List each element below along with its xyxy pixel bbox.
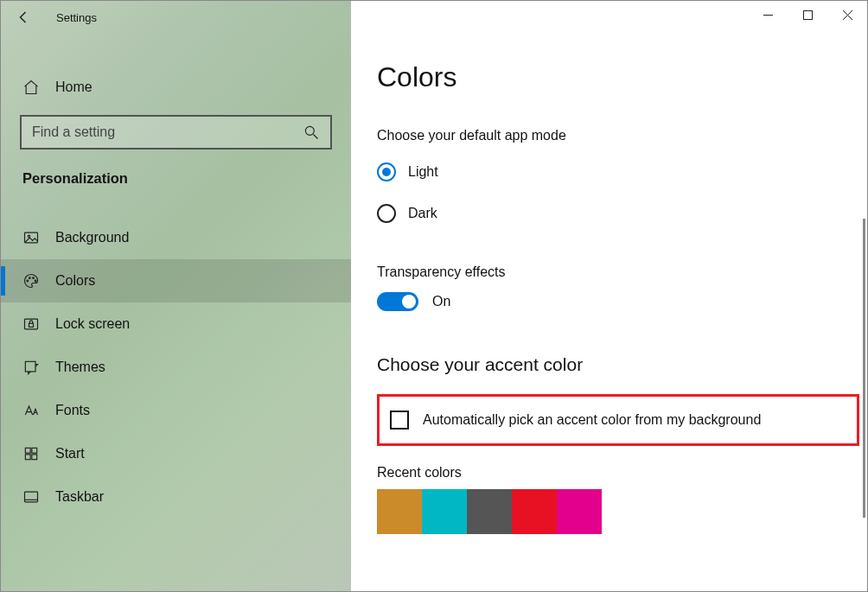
sidebar-item-background[interactable]: Background [1,216,351,259]
sidebar: Settings Home Personalization Background [1,1,351,591]
color-swatch[interactable] [377,489,422,534]
color-swatch[interactable] [422,489,467,534]
sidebar-item-fonts[interactable]: Fonts [1,389,351,432]
radio-dark[interactable]: Dark [377,204,841,223]
transparency-state: On [432,294,450,309]
svg-rect-14 [25,492,38,502]
radio-label: Light [408,164,438,180]
sidebar-item-label: Themes [55,360,105,375]
sidebar-item-lock-screen[interactable]: Lock screen [1,302,351,346]
radio-icon [377,204,396,223]
taskbar-icon [22,488,40,506]
svg-point-4 [29,277,31,279]
start-icon [22,445,40,462]
search-icon [303,124,320,141]
svg-rect-11 [32,448,37,453]
close-button[interactable] [827,1,867,29]
auto-accent-checkbox[interactable] [390,411,409,430]
color-swatch[interactable] [557,489,602,534]
svg-rect-9 [25,361,35,372]
svg-point-5 [33,277,35,279]
radio-label: Dark [408,206,437,221]
svg-point-2 [28,235,30,238]
sidebar-item-taskbar[interactable]: Taskbar [1,475,351,519]
svg-point-0 [305,126,314,135]
sidebar-item-label: Background [55,230,129,245]
svg-rect-10 [25,448,30,453]
home-label: Home [55,80,93,95]
svg-point-6 [35,280,36,282]
auto-accent-highlight: Automatically pick an accent color from … [377,394,859,446]
category-label: Personalization [1,150,351,195]
window-controls [748,1,867,29]
search-box[interactable] [20,115,332,150]
fonts-icon [22,402,40,419]
app-mode-label: Choose your default app mode [377,128,841,143]
accent-section-title: Choose your accent color [377,354,841,375]
themes-icon [22,359,40,376]
maximize-button[interactable] [788,1,827,29]
transparency-toggle-row: On [377,292,841,311]
transparency-label: Transparency effects [377,264,841,280]
sidebar-item-themes[interactable]: Themes [1,346,351,389]
home-icon [22,79,40,96]
lock-screen-icon [22,315,40,333]
auto-accent-label: Automatically pick an accent color from … [423,412,761,428]
titlebar-left: Settings [1,1,351,34]
sidebar-item-label: Fonts [55,403,90,418]
svg-rect-8 [29,323,34,327]
svg-rect-17 [803,10,812,19]
radio-light[interactable]: Light [377,162,841,181]
palette-icon [22,272,40,290]
sidebar-item-label: Colors [55,273,95,289]
main-panel: Colors Choose your default app mode Ligh… [351,1,867,591]
color-swatch[interactable] [467,489,512,534]
svg-rect-12 [25,455,30,460]
sidebar-item-label: Start [55,446,85,462]
color-swatch[interactable] [512,489,557,534]
sidebar-item-label: Lock screen [55,316,130,332]
svg-point-3 [27,280,29,282]
picture-icon [22,229,40,246]
svg-rect-13 [32,455,37,460]
sidebar-item-label: Taskbar [55,489,104,505]
sidebar-item-start[interactable]: Start [1,432,351,475]
app-title: Settings [56,11,97,24]
home-nav[interactable]: Home [1,67,351,108]
settings-window: Settings Home Personalization Background [0,0,868,592]
transparency-toggle[interactable] [377,292,418,311]
recent-colors-label: Recent colors [377,465,841,481]
back-button[interactable] [16,10,32,25]
scrollbar[interactable] [863,219,865,518]
sidebar-item-colors[interactable]: Colors [1,259,351,302]
radio-icon [377,162,396,181]
sidebar-nav: Background Colors Lock screen Themes [1,216,351,519]
minimize-button[interactable] [748,1,788,29]
search-input[interactable] [32,124,303,140]
recent-colors [377,489,841,534]
